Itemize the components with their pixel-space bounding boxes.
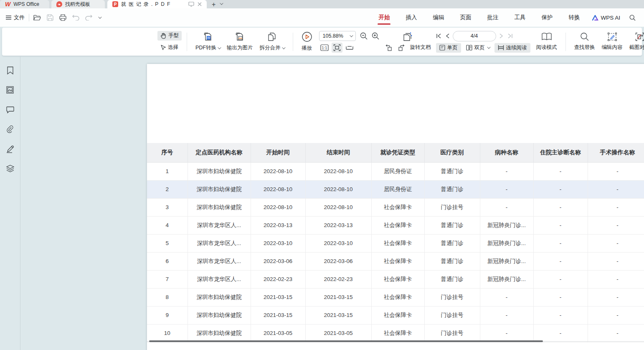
table-cell: 门诊挂号 [424, 198, 480, 216]
tab-list-chevron-icon[interactable] [220, 0, 222, 7]
screenshot-compare-icon [635, 32, 644, 41]
table-cell: 2022-03-13 [251, 216, 305, 234]
table-cell: - [533, 180, 588, 198]
search-icon[interactable] [629, 15, 636, 21]
table-header-cell: 开始时间 [251, 143, 305, 162]
undo-icon[interactable] [72, 15, 79, 20]
find-replace-icon [580, 32, 589, 41]
table-row: 10深圳市妇幼保健院2021-03-052021-03-05社会保障卡门诊挂号-… [147, 324, 644, 342]
table-cell: 深圳市龙华区人... [188, 234, 251, 252]
find-replace-button[interactable]: 查找替换 [571, 31, 598, 53]
table-row: 1深圳市妇幼保健院2022-08-102022-08-10居民身份证普通门诊--… [147, 162, 644, 180]
ribbon-tab-strip: 开始插入编辑页面批注工具保护转换 [370, 11, 588, 24]
table-horizontal-scrollbar[interactable] [149, 340, 543, 342]
zoom-out-icon[interactable] [360, 32, 368, 40]
close-tab-icon[interactable] [198, 2, 202, 6]
zoom-level-select[interactable]: 105.88% [319, 31, 356, 41]
play-icon [302, 31, 312, 42]
save-icon[interactable] [47, 14, 53, 21]
tab-wps-home[interactable]: W WPS Office [0, 0, 49, 8]
table-cell: 2021-03-15 [251, 288, 305, 306]
table-cell: - [533, 288, 588, 306]
table-header-cell: 定点医药机构名称 [188, 143, 251, 162]
tab-wps-ai[interactable]: WPS AI [592, 15, 620, 21]
zoom-in-icon[interactable] [372, 32, 379, 40]
table-cell: 普通门诊 [424, 162, 480, 180]
menu-bar: 文件 开始插入编辑页面批注工具保护转换 [0, 8, 644, 27]
single-page-button[interactable]: 单页 [436, 43, 461, 53]
ribbon-tab-2[interactable]: 编辑 [428, 11, 448, 24]
continuous-read-button[interactable]: 连续阅读 [494, 43, 530, 53]
ribbon-tab-5[interactable]: 工具 [510, 11, 530, 24]
rotate-doc-label[interactable]: 旋转文档 [410, 44, 431, 51]
ribbon-tab-0[interactable]: 开始 [374, 11, 394, 24]
comment-panel-icon[interactable] [5, 104, 15, 115]
svg-text:W: W [207, 36, 210, 40]
pdf-convert-button[interactable]: W PDF转换 [192, 30, 223, 53]
table-cell: - [533, 198, 588, 216]
actual-size-button[interactable]: 1:1 [319, 43, 330, 53]
table-cell: 门诊挂号 [424, 288, 480, 306]
tab-docer-templates[interactable]: ❧ 找稻壳模板 [51, 0, 105, 8]
table-cell: 普通门诊 [424, 270, 480, 288]
monitor-icon[interactable] [188, 2, 194, 7]
signature-panel-icon[interactable] [5, 143, 15, 154]
hand-tool-button[interactable]: 手型 [157, 31, 182, 41]
fit-width-button[interactable] [344, 43, 355, 53]
table-cell: - [588, 198, 644, 216]
table-cell: - [533, 162, 588, 180]
rotate-right-icon[interactable] [397, 44, 405, 51]
table-cell: 9 [147, 306, 188, 324]
last-page-icon[interactable] [507, 33, 513, 38]
table-cell: - [480, 288, 533, 306]
ribbon-tab-1[interactable]: 插入 [401, 11, 421, 24]
pdf-file-icon: P [112, 1, 118, 7]
wps-ai-logo-icon [592, 15, 598, 20]
fit-page-button[interactable] [332, 43, 342, 53]
ribbon-tab-3[interactable]: 页面 [456, 11, 475, 24]
export-as-image-button[interactable]: 输出为图片 [223, 30, 256, 53]
play-button[interactable]: 播放 [298, 30, 316, 54]
table-cell: - [480, 180, 533, 198]
file-menu-button[interactable]: 文件 [6, 14, 25, 21]
table-cell: - [480, 324, 533, 342]
new-tab-button[interactable]: + [212, 1, 216, 8]
print-icon[interactable] [59, 14, 66, 21]
table-cell: - [533, 306, 588, 324]
split-merge-button[interactable]: 拆分合并 [256, 30, 288, 53]
prev-page-icon[interactable] [446, 33, 449, 38]
first-page-icon[interactable] [436, 33, 441, 38]
attachment-panel-icon[interactable] [5, 124, 15, 135]
tab-document-active[interactable]: P 就医记录.PDF [107, 0, 207, 8]
cursor-icon [160, 45, 166, 51]
ribbon-tab-6[interactable]: 保护 [537, 11, 557, 24]
table-cell: 深圳市妇幼保健院 [188, 288, 251, 306]
bookmark-panel-icon[interactable] [5, 65, 15, 76]
pdf-canvas[interactable]: 序号定点医药机构名称开始时间结束时间就诊凭证类型医疗类别病种名称住院主诊断名称手… [21, 56, 644, 350]
redo-icon[interactable] [85, 15, 92, 20]
ribbon-tab-4[interactable]: 批注 [483, 11, 502, 24]
document-area: 序号定点医药机构名称开始时间结束时间就诊凭证类型医疗类别病种名称住院主诊断名称手… [0, 56, 644, 350]
single-page-icon [439, 45, 445, 51]
double-page-button[interactable]: 双页 [463, 43, 493, 53]
ribbon-tab-7[interactable]: 转换 [564, 11, 584, 24]
select-tool-button[interactable]: 选择 [157, 43, 182, 52]
page-number-input[interactable]: 4/4 [453, 31, 496, 41]
reorder-pages-icon[interactable] [403, 32, 413, 42]
next-page-icon[interactable] [499, 33, 503, 38]
table-cell: 社会保障卡 [371, 252, 424, 270]
table-cell: 社会保障卡 [371, 198, 424, 216]
rotate-left-icon[interactable] [385, 44, 393, 51]
layers-panel-icon[interactable] [5, 163, 15, 174]
screenshot-compare-button[interactable]: 截图对比 [626, 31, 644, 53]
table-cell: 深圳市妇幼保健院 [188, 306, 251, 324]
quick-access-chevron-icon[interactable] [98, 16, 101, 19]
table-header-cell: 结束时间 [305, 143, 371, 162]
open-folder-icon[interactable] [33, 15, 41, 21]
thumbnails-panel-icon[interactable] [5, 84, 15, 95]
export-image-icon [235, 32, 245, 42]
table-cell: - [480, 198, 533, 216]
read-mode-button[interactable]: 阅读模式 [533, 31, 560, 53]
table-cell: 2022-08-10 [251, 198, 305, 216]
edit-content-button[interactable]: 编辑内容 [598, 31, 626, 53]
